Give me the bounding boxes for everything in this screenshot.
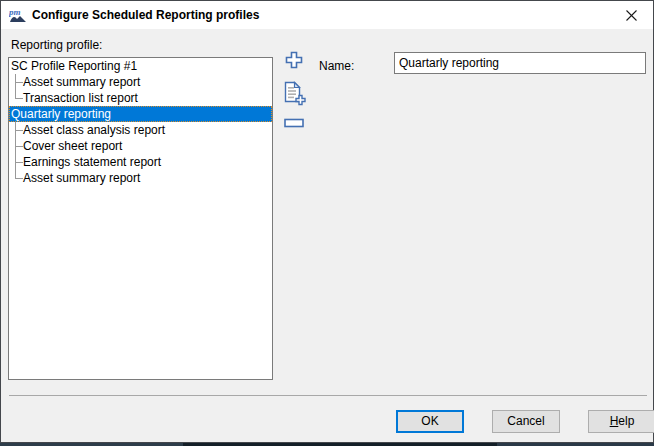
copy-document-plus-icon (282, 81, 306, 107)
list-item-report[interactable]: Asset summary report (9, 170, 272, 186)
reporting-profile-label: Reporting profile: (11, 37, 102, 53)
list-item-report[interactable]: Cover sheet report (9, 138, 272, 154)
screenshot-root: pm Configure Scheduled Reporting profile… (0, 0, 654, 446)
remove-profile-button[interactable] (284, 118, 304, 132)
list-item-report[interactable]: Asset class analysis report (9, 122, 272, 138)
list-item-report[interactable]: Earnings statement report (9, 154, 272, 170)
list-item-profile-selected[interactable]: Quartarly reporting (9, 106, 272, 122)
duplicate-profile-button[interactable] (282, 81, 306, 110)
separator-line (9, 395, 647, 396)
list-item-report[interactable]: Transaction list report (9, 90, 272, 106)
window-title: Configure Scheduled Reporting profiles (32, 1, 259, 29)
name-input[interactable] (394, 52, 646, 74)
svg-text:pm: pm (9, 7, 21, 17)
titlebar[interactable]: pm Configure Scheduled Reporting profile… (1, 1, 653, 29)
reporting-profile-listbox[interactable]: SC Profile Reporting #1 Asset summary re… (8, 57, 273, 380)
list-item-report[interactable]: Asset summary report (9, 74, 272, 90)
cancel-button[interactable]: Cancel (492, 410, 560, 433)
configure-scheduled-reporting-dialog: pm Configure Scheduled Reporting profile… (0, 0, 654, 443)
close-icon[interactable] (615, 2, 647, 28)
pm-logo-icon: pm (9, 6, 27, 24)
name-label: Name: (319, 58, 354, 74)
plus-icon (284, 50, 304, 70)
help-button[interactable]: Help (588, 410, 654, 433)
add-profile-button[interactable] (284, 50, 304, 73)
ok-button[interactable]: OK (396, 410, 464, 433)
minus-icon (284, 118, 304, 129)
list-item-profile[interactable]: SC Profile Reporting #1 (9, 58, 272, 74)
